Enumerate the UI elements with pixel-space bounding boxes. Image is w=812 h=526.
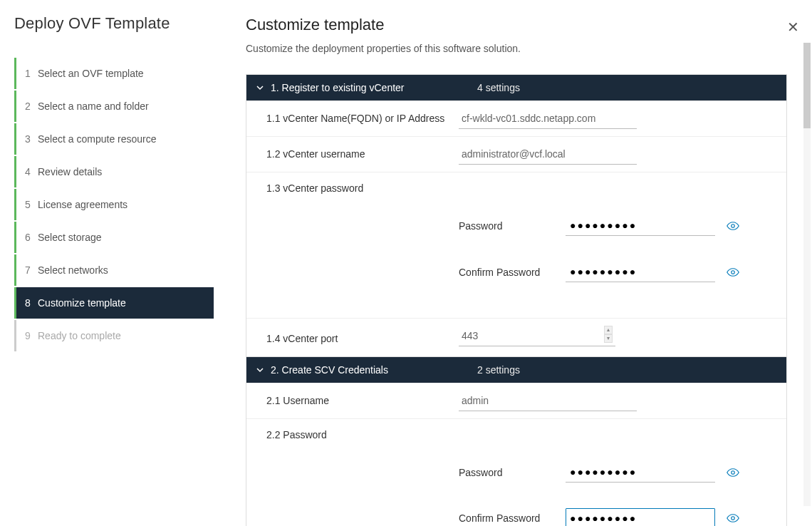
step-number: 9 — [25, 330, 38, 341]
step-number: 8 — [25, 297, 38, 309]
step-ready-complete[interactable]: 9 Ready to complete — [14, 320, 214, 351]
section-title: 1. Register to existing vCenter — [271, 82, 477, 93]
step-number: 2 — [25, 100, 38, 112]
field-vcenter-username: 1.2 vCenter username — [246, 136, 786, 172]
step-label: Select storage — [38, 232, 102, 243]
chevron-up-icon[interactable]: ▴ — [604, 326, 613, 334]
step-label: Select a compute resource — [38, 133, 157, 145]
step-label: License agreements — [38, 199, 127, 210]
confirm-password-row: Confirm Password — [459, 508, 776, 526]
page-title: Customize template — [246, 16, 787, 34]
section-header[interactable]: 2. Create SCV Credentials 2 settings — [246, 357, 786, 383]
step-number: 7 — [25, 264, 38, 276]
field-label: 2.2 Password — [266, 429, 776, 440]
field-vcenter-port: 1.4 vCenter port ▴ ▾ — [246, 318, 786, 356]
wizard-content: ✕ Customize template Customize the deplo… — [221, 0, 812, 526]
wizard-sidebar: Deploy OVF Template 1 Select an OVF temp… — [0, 0, 221, 526]
chevron-down-icon — [256, 82, 265, 93]
scv-confirm-password-input[interactable] — [566, 508, 715, 526]
step-number: 4 — [25, 166, 38, 177]
step-label: Customize template — [38, 297, 126, 309]
eye-icon[interactable] — [727, 466, 739, 479]
step-number: 1 — [25, 68, 38, 79]
vcenter-confirm-password-input[interactable] — [566, 262, 715, 282]
vcenter-name-input[interactable] — [459, 108, 637, 129]
svg-point-2 — [732, 470, 735, 474]
step-number: 3 — [25, 133, 38, 145]
vcenter-password-input[interactable] — [566, 215, 715, 236]
svg-point-3 — [732, 517, 735, 520]
chevron-down-icon — [256, 364, 265, 376]
eye-icon[interactable] — [727, 220, 739, 232]
confirm-password-label: Confirm Password — [459, 267, 566, 278]
step-label: Select a name and folder — [38, 100, 149, 112]
section-scv-credentials: 2. Create SCV Credentials 2 settings 2.1… — [246, 357, 787, 526]
field-vcenter-password: 1.3 vCenter password Password Confirm Pa… — [246, 172, 786, 318]
field-label: 1.2 vCenter username — [266, 144, 459, 160]
step-license[interactable]: 5 License agreements — [14, 189, 214, 220]
eye-icon[interactable] — [727, 266, 739, 279]
step-number: 6 — [25, 232, 38, 243]
wizard-steps: 1 Select an OVF template 2 Select a name… — [14, 58, 214, 351]
field-scv-password: 2.2 Password Password Confirm Password — [246, 418, 786, 526]
step-customize-template[interactable]: 8 Customize template — [14, 287, 214, 319]
chevron-down-icon[interactable]: ▾ — [604, 334, 613, 343]
close-button[interactable]: ✕ — [787, 20, 799, 34]
password-row: Password — [459, 215, 776, 236]
eye-icon[interactable] — [727, 512, 739, 525]
port-stepper[interactable]: ▴ ▾ — [604, 326, 613, 343]
ovf-deploy-dialog: Deploy OVF Template 1 Select an OVF temp… — [0, 0, 812, 526]
confirm-password-label: Confirm Password — [459, 512, 566, 524]
step-compute-resource[interactable]: 3 Select a compute resource — [14, 123, 214, 155]
password-row: Password — [459, 462, 776, 483]
section-title: 2. Create SCV Credentials — [271, 364, 477, 376]
step-number: 5 — [25, 199, 38, 210]
confirm-password-row: Confirm Password — [459, 262, 776, 282]
section-header[interactable]: 1. Register to existing vCenter 4 settin… — [246, 75, 786, 100]
step-label: Select an OVF template — [38, 68, 144, 79]
password-label: Password — [459, 220, 566, 232]
field-scv-username: 2.1 Username — [246, 383, 786, 418]
scv-username-input[interactable] — [459, 391, 637, 411]
field-vcenter-name: 1.1 vCenter Name(FQDN) or IP Address — [246, 100, 786, 136]
wizard-title: Deploy OVF Template — [14, 14, 214, 33]
section-count: 4 settings — [477, 82, 520, 93]
step-storage[interactable]: 6 Select storage — [14, 222, 214, 253]
section-count: 2 settings — [477, 364, 520, 376]
step-label: Ready to complete — [38, 330, 121, 341]
vcenter-port-input[interactable] — [459, 326, 615, 346]
scrollbar-thumb[interactable] — [803, 43, 811, 128]
field-label: 1.3 vCenter password — [266, 182, 776, 194]
step-review-details[interactable]: 4 Review details — [14, 156, 214, 187]
close-icon: ✕ — [787, 19, 799, 35]
step-select-ovf[interactable]: 1 Select an OVF template — [14, 58, 214, 89]
step-label: Select networks — [38, 264, 108, 276]
scrollbar[interactable] — [803, 43, 811, 506]
page-subtitle: Customize the deployment properties of t… — [246, 43, 787, 54]
vcenter-username-input[interactable] — [459, 144, 637, 165]
svg-point-0 — [732, 224, 735, 227]
scv-password-input[interactable] — [566, 462, 715, 483]
step-networks[interactable]: 7 Select networks — [14, 254, 214, 286]
field-label: 1.1 vCenter Name(FQDN) or IP Address — [266, 108, 459, 124]
password-label: Password — [459, 467, 566, 478]
step-name-folder[interactable]: 2 Select a name and folder — [14, 91, 214, 122]
field-label: 2.1 Username — [266, 391, 459, 406]
field-label: 1.4 vCenter port — [266, 329, 459, 344]
step-label: Review details — [38, 166, 102, 177]
svg-point-1 — [732, 270, 735, 274]
section-register-vcenter: 1. Register to existing vCenter 4 settin… — [246, 74, 787, 357]
